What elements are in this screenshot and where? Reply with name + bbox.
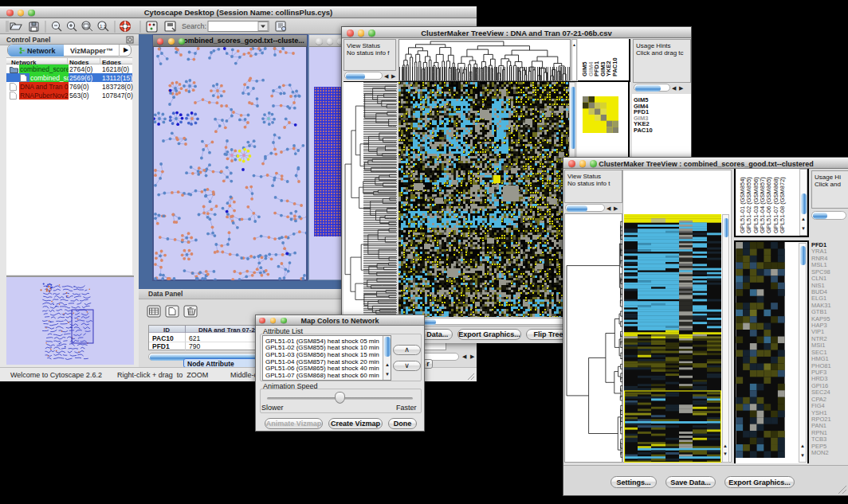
svg-text:Search:: Search: — [182, 22, 206, 30]
svg-text:1:1: 1:1 — [100, 24, 107, 29]
